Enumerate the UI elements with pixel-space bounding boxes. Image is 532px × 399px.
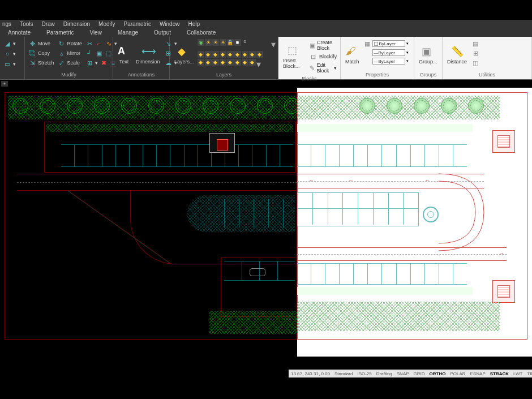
menu-item[interactable]: Dimension bbox=[63, 21, 90, 27]
toggle-snap[interactable]: SNAP bbox=[397, 371, 409, 376]
layers-button[interactable]: ◆Layers... bbox=[172, 39, 196, 70]
tab-parametric[interactable]: Parametric bbox=[38, 28, 81, 37]
menu-item[interactable]: Parametric bbox=[124, 21, 151, 27]
ribbon: ◢▾ ○▾ ▭▾ ✥Move ⿻Copy ⇲Stretch ↻Rotate ▵M… bbox=[0, 37, 532, 80]
create-block-button[interactable]: ▣Create Block bbox=[308, 39, 338, 52]
lineweight-select[interactable]: — ByLayer▾ bbox=[363, 57, 409, 65]
edit-block-button[interactable]: ✎Edit Block▾ bbox=[308, 62, 338, 74]
panel-label: Modify bbox=[26, 71, 111, 78]
panel-label: Blocks bbox=[280, 75, 339, 82]
menu-item[interactable]: Modify bbox=[98, 21, 115, 27]
menu-item[interactable]: Tools bbox=[20, 21, 33, 27]
tab-output[interactable]: Output bbox=[146, 28, 179, 37]
toggle-ortho[interactable]: ORTHO bbox=[430, 371, 446, 376]
layer-state-row[interactable]: ◉☀☀☀🔒■0▾ bbox=[198, 39, 276, 50]
toggle-strack[interactable]: STRACK bbox=[490, 371, 509, 376]
toggle-grid[interactable]: GRID bbox=[414, 371, 425, 376]
rotate-button[interactable]: ↻Rotate bbox=[57, 39, 84, 48]
scale-button[interactable]: ⤢Scale bbox=[57, 58, 84, 67]
mirror-button[interactable]: ▵Mirror bbox=[57, 49, 84, 58]
menu-item[interactable]: Draw bbox=[41, 21, 54, 27]
util-b[interactable]: ⊞ bbox=[470, 49, 480, 58]
panel-label: Properties bbox=[342, 71, 413, 78]
group-button[interactable]: ▣Group... bbox=[417, 39, 440, 70]
linetype-select[interactable]: — ByLayer▾ bbox=[363, 49, 409, 57]
tab-annotate[interactable]: Annotate bbox=[0, 28, 38, 37]
toggle-esnap[interactable]: ESNAP bbox=[470, 371, 486, 376]
layer-tools-row[interactable]: ◆◆◆◆◆◆◆◆◆ bbox=[198, 51, 276, 58]
car-icon bbox=[250, 268, 265, 276]
style-readout[interactable]: Standard bbox=[334, 371, 353, 376]
toggle-polar[interactable]: POLAR bbox=[450, 371, 465, 376]
copy-button[interactable]: ⿻Copy bbox=[27, 49, 55, 58]
rect-button[interactable]: ▭▾ bbox=[2, 59, 22, 68]
util-c[interactable]: ◫ bbox=[470, 58, 480, 67]
fountain-icon bbox=[423, 207, 439, 222]
arrow-icon: ← bbox=[348, 177, 354, 183]
stretch-button[interactable]: ⇲Stretch bbox=[27, 58, 55, 67]
layer-tools-row2[interactable]: ◆◆◆◆◆◆◆◆▾ bbox=[198, 59, 276, 70]
drawing-canvas[interactable]: ← ← ← → bbox=[0, 88, 532, 357]
coords-readout: 13.67, 243.31, 0.00 bbox=[291, 371, 330, 376]
menubar: ngs Tools Draw Dimension Modify Parametr… bbox=[0, 20, 532, 28]
status-bar: 13.67, 243.31, 0.00 Standard ISO-25 Draf… bbox=[289, 370, 532, 377]
panel-label: Groups bbox=[415, 71, 441, 78]
annoscale-readout[interactable]: Drafting bbox=[376, 371, 392, 376]
circle-button[interactable]: ○▾ bbox=[2, 49, 22, 58]
arrow-icon: → bbox=[499, 250, 504, 256]
dimstyle-readout[interactable]: ISO-25 bbox=[357, 371, 371, 376]
menu-item[interactable]: Window bbox=[160, 21, 180, 27]
insert-block-button[interactable]: ⬚Insert Block... bbox=[281, 39, 307, 74]
move-button[interactable]: ✥Move bbox=[27, 39, 55, 48]
toggle-lwt[interactable]: LWT bbox=[513, 371, 522, 376]
util-a[interactable]: ▤ bbox=[470, 39, 480, 48]
tab-collaborate[interactable]: Collaborate bbox=[179, 28, 224, 37]
blockify-button[interactable]: ⊡Blockify bbox=[308, 52, 338, 61]
distance-button[interactable]: 📏Distance bbox=[445, 39, 469, 70]
text-button[interactable]: AText bbox=[115, 39, 132, 70]
color-select[interactable]: ▦ByLayer▾ bbox=[363, 39, 409, 48]
panel-label: Utilities bbox=[444, 71, 530, 78]
arrow-icon: ← bbox=[424, 177, 430, 183]
tab-view[interactable]: View bbox=[81, 28, 110, 37]
drawing-tab-add[interactable]: + bbox=[1, 81, 8, 87]
menu-item[interactable]: ngs bbox=[2, 21, 11, 27]
polyline-button[interactable]: ◢▾ bbox=[2, 39, 22, 48]
match-button[interactable]: 🖌Match bbox=[343, 39, 362, 70]
arrow-icon: ← bbox=[308, 177, 314, 183]
ribbon-tabbar: Annotate Parametric View Manage Output C… bbox=[0, 28, 532, 37]
tab-manage[interactable]: Manage bbox=[110, 28, 146, 37]
toggle-tile[interactable]: TILE bbox=[527, 371, 532, 376]
panel-label: Layers bbox=[171, 71, 277, 78]
panel-label: Annotations bbox=[114, 71, 168, 78]
menu-item[interactable]: Help bbox=[188, 21, 200, 27]
dimension-button[interactable]: ⟷Dimension bbox=[134, 39, 162, 70]
